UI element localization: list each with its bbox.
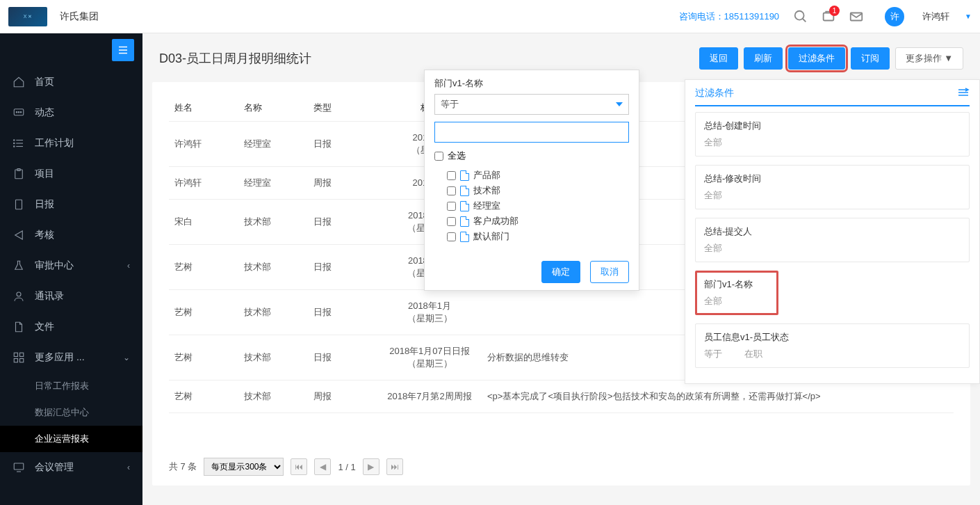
filter-card[interactable]: 总结-创建时间全部: [695, 112, 970, 157]
sidebar-item-clipboard[interactable]: 项目: [0, 159, 142, 189]
filter-search-input[interactable]: [434, 122, 629, 143]
ok-button[interactable]: 确定: [541, 261, 580, 283]
cell-dept: 技术部: [238, 245, 308, 290]
svg-rect-25: [14, 463, 24, 470]
last-page-button[interactable]: ⏭: [386, 458, 403, 475]
clipboard-icon: [13, 168, 25, 180]
svg-rect-23: [14, 359, 17, 362]
table-row[interactable]: 艺树技术部周报2018年7月第2周周报<p>基本完成了<项目执行阶段>包括技术和…: [169, 380, 954, 413]
more-actions-button[interactable]: 更多操作 ▼: [895, 47, 963, 70]
grid-icon: [13, 351, 25, 364]
cell-title: 2018年7月第2周周报: [377, 380, 482, 413]
logo: X ✕: [8, 7, 47, 26]
filter-card-title: 总结-创建时间: [704, 120, 961, 132]
search-icon[interactable]: [793, 9, 808, 24]
cell-title: 2018年1月07日日报 （星期三）: [377, 335, 482, 380]
file-icon: [13, 321, 25, 333]
filter-card-title: 总结-提交人: [704, 225, 961, 238]
cell-name: 许鸿轩: [169, 167, 238, 200]
svg-point-20: [17, 292, 21, 296]
filter-card-title: 部门v1-名称: [704, 278, 769, 291]
sidebar-item-chat[interactable]: 动态: [0, 97, 142, 128]
tree-option[interactable]: 技术部: [447, 183, 629, 198]
sidebar-item-label: 审批中心: [35, 259, 74, 272]
sidebar-item-flask[interactable]: 审批中心‹: [0, 250, 142, 281]
sidebar-subitem[interactable]: 日常工作报表: [0, 373, 142, 399]
cell-dept: 经理室: [238, 167, 308, 200]
sidebar-item-label: 会议管理: [35, 461, 74, 474]
next-page-button[interactable]: ▶: [363, 458, 379, 475]
svg-point-16: [14, 146, 15, 147]
tree-option[interactable]: 经理室: [447, 198, 629, 214]
tree-option[interactable]: 客户成功部: [447, 214, 629, 229]
sidebar-subitem[interactable]: 数据汇总中心: [0, 399, 142, 426]
chevron-down-icon: ⌄: [123, 353, 130, 362]
sidebar-item-user[interactable]: 通讯录: [0, 281, 142, 312]
filter-button[interactable]: 过滤条件: [788, 47, 845, 70]
filter-card[interactable]: 员工信息v1-员工状态等于在职: [695, 323, 970, 368]
chevron-left-icon: ‹: [127, 261, 130, 271]
prev-page-button[interactable]: ◀: [314, 458, 331, 475]
cell-dept: 技术部: [238, 200, 308, 245]
sidebar-item-label: 工作计划: [35, 137, 74, 150]
cancel-button[interactable]: 取消: [590, 261, 629, 283]
filter-card[interactable]: 总结-修改时间全部: [695, 165, 970, 209]
cell-dept: 技术部: [238, 290, 308, 335]
chat-icon: [13, 106, 25, 119]
th-name: 姓名: [169, 95, 238, 122]
app-header: X ✕ 许氏集团 咨询电话：18511391190 1 许 许鸿轩 ▼: [0, 0, 980, 33]
sidebar-item-label: 首页: [35, 76, 54, 88]
th-dept: 名称: [238, 95, 308, 122]
filter-card-value: 全部: [704, 242, 961, 255]
svg-rect-19: [16, 200, 22, 209]
username[interactable]: 许鸿轩: [922, 10, 949, 23]
sidebar-item-label: 通讯录: [35, 290, 64, 303]
back-button[interactable]: 返回: [699, 47, 738, 70]
filter-card-value: 等于在职: [704, 348, 961, 360]
operator-select[interactable]: 等于: [434, 94, 629, 115]
cell-name: 许鸿轩: [169, 122, 238, 167]
sidebar-item-home[interactable]: 首页: [0, 67, 142, 97]
doc-icon: [460, 216, 469, 227]
sidebar-subitem[interactable]: 企业运营报表: [0, 426, 142, 452]
first-page-button[interactable]: ⏮: [291, 458, 307, 475]
filter-card[interactable]: 总结-提交人全部: [695, 218, 970, 262]
sidebar-item-label: 更多应用 ...: [35, 351, 85, 364]
cell-name: 艺树: [169, 380, 238, 413]
flask-icon: [13, 259, 25, 272]
cell-type: 日报: [308, 122, 377, 167]
tree-option[interactable]: 默认部门: [447, 229, 629, 244]
cell-dept: 技术部: [238, 380, 308, 413]
svg-point-10: [20, 112, 22, 113]
filter-panel-header: 过滤条件: [695, 87, 970, 106]
sidebar-item-doc[interactable]: 日报: [0, 189, 142, 220]
refresh-button[interactable]: 刷新: [744, 47, 783, 70]
hamburger-icon[interactable]: [112, 39, 134, 61]
cell-dept: 技术部: [238, 335, 308, 380]
mail-icon[interactable]: [849, 9, 864, 24]
subscribe-button[interactable]: 订阅: [851, 47, 890, 70]
page-size-select[interactable]: 每页显示300条: [204, 458, 284, 476]
avatar[interactable]: 许: [885, 7, 904, 26]
user-dropdown-arrow[interactable]: ▼: [965, 13, 972, 20]
sidebar-toggle-row: [0, 33, 142, 67]
svg-line-1: [803, 18, 806, 22]
sidebar-item-share[interactable]: 考核: [0, 220, 142, 250]
sidebar-item-list[interactable]: 工作计划: [0, 128, 142, 159]
select-all-checkbox[interactable]: 全选: [434, 147, 629, 165]
company-name: 许氏集团: [60, 10, 679, 23]
th-type: 类型: [308, 95, 377, 122]
sidebar-item-monitor[interactable]: 会议管理‹: [0, 452, 142, 483]
popover-title: 部门v1-名称: [425, 70, 639, 94]
user-icon: [13, 290, 25, 303]
filter-card-title: 总结-修改时间: [704, 173, 961, 185]
filter-card[interactable]: 部门v1-名称全部: [695, 271, 778, 315]
filter-collapse-icon[interactable]: [957, 88, 970, 99]
page-title: D03-员工日周月报明细统计: [159, 50, 694, 67]
notification-icon[interactable]: 1: [821, 9, 836, 24]
sidebar: 首页动态工作计划项目日报考核审批中心‹通讯录文件更多应用 ...⌄日常工作报表数…: [0, 33, 142, 505]
sidebar-item-file[interactable]: 文件: [0, 312, 142, 342]
tree-option[interactable]: 产品部: [447, 168, 629, 183]
sidebar-item-grid[interactable]: 更多应用 ...⌄: [0, 342, 142, 373]
cell-name: 艺树: [169, 245, 238, 290]
